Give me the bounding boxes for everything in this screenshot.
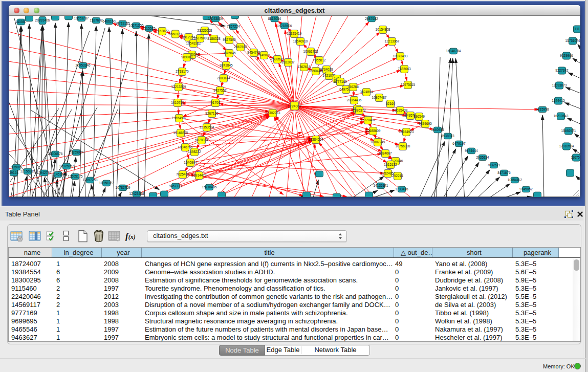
svg-text:1362615: 1362615 bbox=[297, 65, 311, 69]
svg-text:12093873: 12093873 bbox=[552, 83, 567, 87]
svg-text:9327505: 9327505 bbox=[223, 38, 236, 41]
svg-text:10671355: 10671355 bbox=[129, 24, 144, 27]
svg-text:1724007: 1724007 bbox=[288, 104, 301, 108]
svg-text:6479197: 6479197 bbox=[452, 142, 466, 145]
svg-text:9427552: 9427552 bbox=[213, 89, 227, 92]
svg-text:10653287: 10653287 bbox=[74, 16, 89, 20]
svg-text:7625402: 7625402 bbox=[176, 172, 189, 176]
svg-text:3875645: 3875645 bbox=[223, 51, 236, 55]
svg-text:19654923: 19654923 bbox=[399, 130, 414, 134]
svg-text:20053346: 20053346 bbox=[76, 63, 91, 67]
svg-text:15692971: 15692971 bbox=[561, 129, 576, 133]
svg-text:9384067: 9384067 bbox=[379, 151, 392, 155]
svg-text:111: 111 bbox=[575, 27, 580, 31]
svg-text:23302273: 23302273 bbox=[266, 111, 280, 115]
svg-text:7163822: 7163822 bbox=[156, 29, 169, 33]
svg-text:12975115: 12975115 bbox=[401, 83, 416, 86]
svg-text:1244415: 1244415 bbox=[552, 99, 565, 102]
svg-text:140557: 140557 bbox=[15, 20, 27, 24]
svg-text:116753: 116753 bbox=[571, 156, 580, 159]
svg-text:1615132: 1615132 bbox=[384, 163, 397, 166]
svg-text:17359924: 17359924 bbox=[69, 150, 84, 154]
svg-text:12156819: 12156819 bbox=[20, 169, 35, 173]
svg-text:2935114: 2935114 bbox=[476, 156, 489, 159]
svg-text:19384554: 19384554 bbox=[309, 138, 323, 141]
svg-text:2386372: 2386372 bbox=[353, 108, 366, 112]
svg-text:2867608: 2867608 bbox=[234, 45, 247, 49]
svg-text:17010504: 17010504 bbox=[559, 144, 574, 148]
svg-text:20206576: 20206576 bbox=[48, 152, 63, 156]
svg-text:9899695: 9899695 bbox=[419, 122, 432, 125]
svg-text:10688609: 10688609 bbox=[366, 129, 381, 133]
svg-text:2803144: 2803144 bbox=[217, 76, 230, 80]
svg-text:17957253: 17957253 bbox=[83, 178, 98, 182]
svg-text:2718170: 2718170 bbox=[176, 70, 189, 73]
svg-text:989018: 989018 bbox=[181, 55, 192, 59]
svg-text:1733426: 1733426 bbox=[395, 187, 408, 191]
svg-text:5878334: 5878334 bbox=[195, 138, 208, 142]
svg-text:9777169: 9777169 bbox=[334, 80, 347, 83]
svg-text:9242845: 9242845 bbox=[220, 63, 233, 67]
svg-text:10719155: 10719155 bbox=[115, 21, 130, 25]
svg-text:8813054: 8813054 bbox=[268, 17, 281, 20]
svg-text:7485063: 7485063 bbox=[398, 67, 411, 71]
svg-text:10654112: 10654112 bbox=[508, 178, 522, 182]
svg-text:12213967: 12213967 bbox=[385, 39, 400, 43]
svg-text:9329966: 9329966 bbox=[560, 54, 573, 57]
svg-text:114519: 114519 bbox=[52, 172, 63, 176]
svg-text:23226058: 23226058 bbox=[198, 29, 212, 32]
svg-text:15751074: 15751074 bbox=[565, 39, 580, 42]
svg-text:15716485: 15716485 bbox=[202, 185, 217, 189]
svg-text:3215958: 3215958 bbox=[536, 107, 549, 111]
svg-text:12505175: 12505175 bbox=[68, 174, 83, 178]
svg-text:20891406: 20891406 bbox=[35, 18, 50, 22]
svg-text:746266: 746266 bbox=[347, 85, 359, 89]
svg-text:10975857: 10975857 bbox=[59, 164, 74, 168]
svg-text:252214: 252214 bbox=[392, 174, 403, 178]
svg-text:7632621: 7632621 bbox=[487, 163, 500, 167]
svg-text:2087682: 2087682 bbox=[365, 17, 378, 20]
svg-text:1527602: 1527602 bbox=[90, 18, 103, 22]
svg-text:16848784: 16848784 bbox=[446, 49, 461, 53]
svg-text:39154: 39154 bbox=[9, 171, 18, 174]
svg-text:1010755: 1010755 bbox=[171, 101, 184, 104]
svg-text:16914479: 16914479 bbox=[192, 173, 207, 177]
svg-text:3624554: 3624554 bbox=[360, 90, 373, 94]
svg-text:9227342: 9227342 bbox=[555, 69, 569, 72]
svg-text:12942757: 12942757 bbox=[37, 171, 52, 174]
svg-text:18640910: 18640910 bbox=[293, 39, 308, 43]
svg-text:1498222: 1498222 bbox=[188, 150, 201, 154]
svg-text:12213369: 12213369 bbox=[171, 85, 186, 89]
svg-text:12423448: 12423448 bbox=[129, 192, 144, 195]
svg-text:19654987: 19654987 bbox=[172, 116, 187, 120]
svg-text:8471676: 8471676 bbox=[497, 171, 511, 174]
svg-text:8660123: 8660123 bbox=[169, 32, 182, 36]
svg-text:9146821: 9146821 bbox=[257, 53, 271, 57]
svg-text:9527509: 9527509 bbox=[193, 36, 207, 40]
svg-text:8322037: 8322037 bbox=[281, 60, 295, 64]
svg-text:9457771: 9457771 bbox=[169, 184, 182, 188]
svg-text:1640955: 1640955 bbox=[431, 128, 444, 132]
svg-text:7955812: 7955812 bbox=[313, 58, 326, 62]
svg-text:1640994: 1640994 bbox=[184, 161, 197, 164]
svg-text:7515525: 7515525 bbox=[142, 27, 156, 30]
svg-text:10973493: 10973493 bbox=[393, 54, 408, 58]
svg-text:6466160: 6466160 bbox=[102, 19, 116, 23]
svg-text:10961758: 10961758 bbox=[303, 50, 318, 53]
svg-text:10046766: 10046766 bbox=[178, 145, 193, 149]
svg-text:8938923: 8938923 bbox=[441, 134, 454, 138]
svg-text:19218506: 19218506 bbox=[277, 24, 292, 28]
svg-text:62160: 62160 bbox=[386, 102, 395, 105]
svg-text:7357224: 7357224 bbox=[227, 25, 240, 28]
svg-text:14136141: 14136141 bbox=[374, 184, 388, 187]
svg-text:196549: 196549 bbox=[413, 115, 425, 118]
svg-text:10756928: 10756928 bbox=[396, 144, 410, 148]
svg-text:9734028: 9734028 bbox=[320, 68, 333, 71]
svg-text:16210643: 16210643 bbox=[554, 114, 569, 118]
svg-text:9245052: 9245052 bbox=[519, 187, 533, 191]
svg-text:10807487: 10807487 bbox=[372, 96, 387, 99]
svg-text:15720407: 15720407 bbox=[361, 118, 376, 122]
svg-text:13325419: 13325419 bbox=[287, 32, 302, 35]
svg-text:9474444: 9474444 bbox=[465, 149, 478, 152]
svg-text:16033809: 16033809 bbox=[208, 17, 223, 20]
